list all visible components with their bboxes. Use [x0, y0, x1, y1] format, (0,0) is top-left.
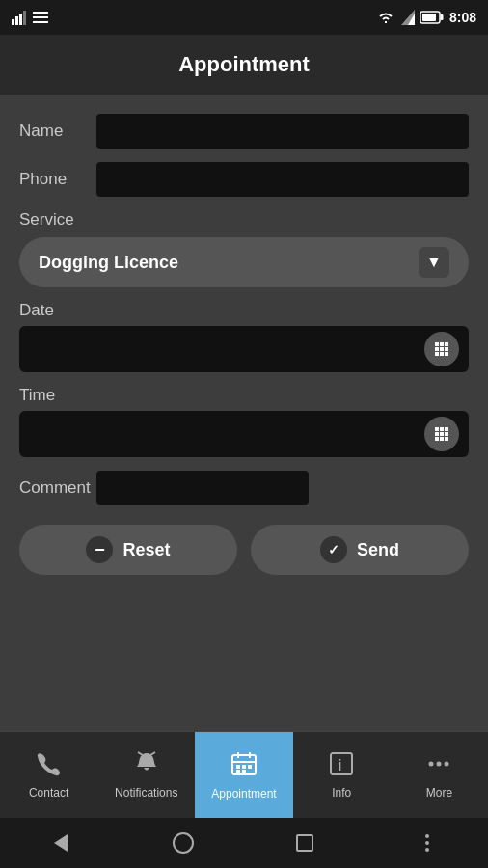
home-icon — [173, 832, 194, 854]
date-section: Date — [19, 301, 469, 372]
name-label: Name — [19, 122, 96, 141]
phone-input[interactable] — [96, 162, 469, 197]
wifi-icon — [376, 10, 395, 25]
name-row: Name — [19, 114, 469, 149]
nav-label-appointment: Appointment — [211, 787, 276, 800]
nav-item-notifications[interactable]: Notifications — [97, 732, 195, 818]
time-input-row — [19, 411, 469, 457]
date-label: Date — [19, 301, 469, 320]
comment-input[interactable] — [96, 471, 309, 505]
svg-point-23 — [429, 761, 434, 766]
nav-item-contact[interactable]: Contact — [0, 732, 97, 818]
notification-icon — [134, 751, 159, 782]
more-icon — [426, 751, 451, 782]
status-bar-left — [12, 10, 48, 25]
svg-rect-5 — [33, 16, 48, 18]
send-label: Send — [357, 540, 399, 560]
phone-row: Phone — [19, 162, 469, 197]
time-section: Time — [19, 386, 469, 457]
service-label: Service — [19, 210, 469, 230]
service-section: Service Dogging Licence ▼ — [19, 210, 469, 287]
title-bar: Appointment — [0, 35, 488, 95]
system-nav — [0, 818, 488, 868]
svg-rect-20 — [242, 770, 246, 773]
svg-rect-18 — [248, 765, 252, 769]
svg-rect-19 — [236, 770, 240, 773]
nav-label-more: More — [426, 786, 452, 800]
menu-icon — [33, 10, 48, 25]
nav-item-appointment[interactable]: Appointment — [195, 732, 292, 818]
date-picker-button[interactable] — [424, 332, 459, 366]
options-dots-icon — [425, 834, 429, 852]
svg-rect-2 — [19, 14, 22, 25]
chevron-down-icon: ▼ — [419, 247, 449, 278]
reset-label: Reset — [122, 540, 170, 560]
button-row: − Reset ✓ Send — [19, 525, 469, 575]
time-display: 8:08 — [449, 10, 476, 25]
comment-label: Comment — [19, 478, 96, 498]
recents-icon — [296, 834, 313, 852]
recents-button[interactable] — [285, 824, 324, 862]
date-input-row — [19, 326, 469, 372]
svg-rect-3 — [23, 11, 26, 25]
time-picker-button[interactable] — [424, 417, 459, 451]
main-content: Name Phone Service Dogging Licence ▼ Dat… — [0, 95, 488, 731]
cellular-icon — [401, 10, 415, 25]
send-button[interactable]: ✓ Send — [251, 525, 469, 575]
page-title: Appointment — [178, 52, 310, 77]
appointment-icon — [230, 750, 258, 783]
reset-button[interactable]: − Reset — [19, 525, 237, 575]
minus-icon: − — [86, 536, 113, 563]
service-dropdown-text: Dogging Licence — [39, 253, 178, 273]
check-icon: ✓ — [320, 536, 347, 563]
svg-point-24 — [437, 761, 442, 766]
svg-rect-1 — [15, 16, 18, 25]
status-bar: 8:08 — [0, 0, 488, 35]
svg-rect-0 — [12, 19, 14, 25]
svg-rect-16 — [236, 765, 240, 769]
nav-label-info: Info — [332, 786, 351, 800]
nav-item-info[interactable]: i Info — [293, 732, 391, 818]
time-label: Time — [19, 386, 469, 405]
calendar-icon — [435, 342, 448, 356]
svg-rect-6 — [33, 21, 48, 23]
svg-rect-17 — [242, 765, 246, 769]
nav-label-notifications: Notifications — [115, 786, 177, 800]
phone-icon — [37, 751, 62, 782]
signal-icon — [12, 10, 29, 25]
battery-icon — [420, 11, 444, 24]
svg-point-25 — [445, 761, 449, 766]
phone-label: Phone — [19, 170, 96, 189]
home-button[interactable] — [164, 824, 203, 862]
service-dropdown[interactable]: Dogging Licence ▼ — [19, 237, 469, 287]
bottom-nav: Contact Notifications — [0, 731, 488, 818]
svg-text:i: i — [338, 757, 341, 773]
name-input[interactable] — [96, 114, 469, 149]
svg-rect-11 — [422, 14, 436, 21]
back-button[interactable] — [41, 824, 80, 862]
nav-item-more[interactable]: More — [391, 732, 488, 818]
status-bar-right: 8:08 — [376, 10, 476, 25]
nav-label-contact: Contact — [29, 786, 68, 800]
info-icon: i — [329, 751, 354, 782]
comment-row: Comment — [19, 471, 469, 505]
back-arrow-icon — [54, 834, 68, 852]
clock-icon — [435, 427, 448, 441]
svg-rect-4 — [33, 12, 48, 14]
options-button[interactable] — [408, 824, 447, 862]
svg-rect-10 — [440, 14, 443, 20]
